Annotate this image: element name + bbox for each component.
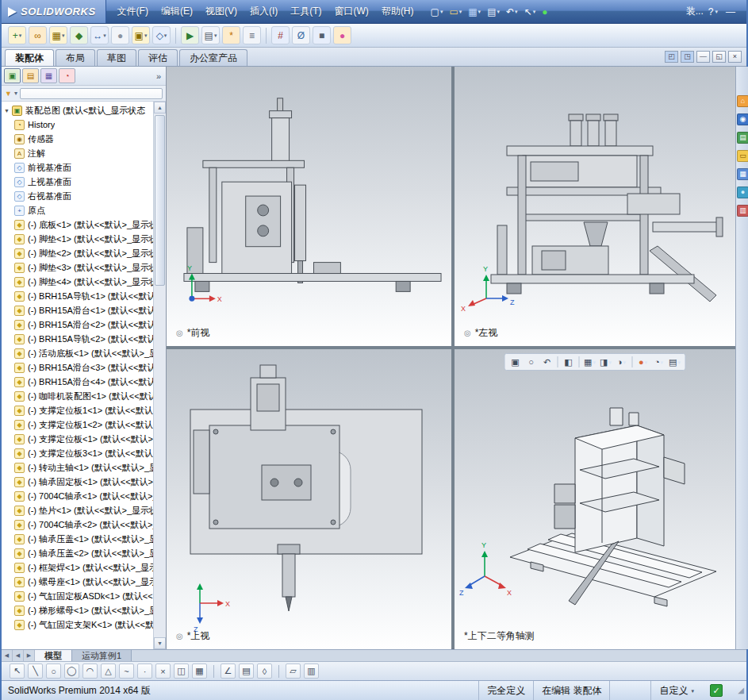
document-tab-motion-study-1[interactable]: 运动算例1 [72, 650, 132, 661]
rebuild-button[interactable]: ● [539, 6, 550, 18]
tree-item[interactable]: ◆(-) 脚垫<4> (默认<<默认>_显示状态 [2, 275, 153, 289]
previous-view-button[interactable]: ↶ [540, 355, 554, 369]
tree-item[interactable]: ◆(-) 转动主轴<1> (默认<<默认>_显 [2, 460, 153, 475]
expander-icon[interactable]: ▼ [4, 108, 12, 113]
view-palette-icon[interactable]: ▦ [737, 168, 748, 180]
solidworks-resources-icon[interactable]: ⌂ [737, 95, 748, 107]
sketch-point-button[interactable]: · [137, 663, 152, 679]
viewport-front[interactable]: X Y ◎ *前视 [167, 67, 451, 346]
tree-item[interactable]: ◇右视基准面 [2, 189, 153, 203]
design-library-icon[interactable]: ▤ [737, 132, 748, 144]
new-motion-study-button[interactable]: ▶ [181, 26, 199, 44]
tree-item[interactable]: ◆(-) 活动底板<1> (默认<<默认>_显 [2, 346, 153, 360]
menu-item[interactable]: 编辑(E) [155, 0, 199, 23]
tab-evaluate[interactable]: 评估 [138, 49, 178, 66]
tree-item[interactable]: ◇上视基准面 [2, 175, 153, 189]
viewport-left[interactable]: Y X Z ◎ *左视 [455, 67, 735, 346]
tree-item[interactable]: ◉传感器 [2, 132, 153, 146]
tree-item[interactable]: ◆(-) 底板<1> (默认<<默认>_显示状态 [2, 217, 153, 232]
tree-item[interactable]: ◆(-) 支撑定位板1<1> (默认<<默认 [2, 403, 153, 417]
sketch-mirror-button[interactable]: ◫ [174, 663, 189, 679]
menu-item[interactable]: 文件(F) [111, 0, 155, 23]
tree-item[interactable]: ◔History [2, 117, 153, 132]
solidworks-forum-icon[interactable]: ◉ [737, 113, 748, 125]
exploded-view-button[interactable]: * [222, 26, 240, 44]
interference-detection-button[interactable]: # [271, 26, 290, 44]
zoom-to-fit-button[interactable]: ▣ [508, 355, 523, 369]
smart-fasteners-button[interactable]: ◆ [70, 26, 88, 44]
appearance-button[interactable]: ● [333, 26, 351, 44]
property-manager-tab[interactable]: ▤ [22, 68, 39, 83]
feature-manager-tab[interactable]: ▣ [4, 68, 21, 83]
tree-item[interactable]: ◆(-) 脚垫<3> (默认<<默认>_显示状态 [2, 260, 153, 275]
save-button[interactable]: ▦▾ [466, 6, 483, 18]
menu-item[interactable]: 帮助(H) [375, 0, 420, 23]
resize-grip[interactable]: ◢ [731, 686, 746, 696]
sketch-line-button[interactable]: ╲ [28, 663, 43, 679]
sketch-circle-button[interactable]: ○ [46, 663, 61, 679]
new-document-button[interactable]: ▢▾ [428, 6, 446, 18]
sketch-dimension-button[interactable]: ◊ [257, 663, 272, 679]
sketch-grid-button[interactable]: ▤ [239, 663, 254, 679]
close-document-button[interactable]: × [728, 51, 742, 63]
move-component-button[interactable]: ↔▾ [90, 26, 109, 44]
tree-item[interactable]: A注解 [2, 146, 153, 160]
select-cursor-button[interactable]: ↖▾ [522, 6, 539, 18]
tree-item[interactable]: ◆(-) BRH15A导轨<1> (默认<<默认 [2, 289, 153, 303]
sketch-relations-button[interactable]: ∠ [221, 663, 236, 679]
open-document-button[interactable]: ▭▾ [447, 6, 464, 18]
tree-item[interactable]: ◆(-) 7004C轴承<2> (默认<<默认>_ [2, 517, 153, 532]
menu-item[interactable]: 插入(I) [244, 0, 284, 23]
undo-button[interactable]: ↶▾ [504, 6, 520, 18]
status-custom-dropdown[interactable]: 自定义 ▾ [650, 681, 702, 700]
menu-item[interactable]: 窗口(W) [328, 0, 375, 23]
tree-item[interactable]: ◆(-) 气缸固定支架K<1> (默认<<默 [2, 617, 153, 632]
tree-item[interactable]: ◆(-) 轴承压盖<1> (默认<<默认>_显 [2, 532, 153, 546]
nav-start-button[interactable]: ◀ [2, 650, 13, 661]
viewport-top[interactable]: X Z ◎ *上视 [167, 349, 451, 649]
tree-item[interactable]: ◆(-) 轴承固定板<1> (默认<<默认> [2, 475, 153, 489]
custom-properties-icon[interactable]: ▥ [737, 205, 748, 217]
tree-item[interactable]: ◆(-) 垫片<1> (默认<<默认>_显示状 [2, 503, 153, 517]
scroll-up-button[interactable]: ▲ [154, 102, 166, 113]
zoom-to-area-button[interactable]: ○ [524, 355, 539, 369]
tab-layout[interactable]: 布局 [56, 49, 95, 66]
split-view-right-button[interactable]: ◳ [681, 51, 694, 63]
sketch-trim-button[interactable]: × [155, 663, 171, 679]
view-orientation-button[interactable]: ▦▾ [583, 355, 597, 369]
linear-component-pattern-button[interactable]: ▦▾ [49, 26, 67, 44]
sketch-spline-button[interactable]: ~ [119, 663, 134, 679]
bill-of-materials-button[interactable]: ▤▾ [201, 26, 220, 44]
nav-next-button[interactable]: ▶ [24, 650, 35, 661]
tree-scrollbar[interactable]: ▲ ▼ [153, 102, 166, 649]
scrollbar-thumb[interactable] [155, 115, 165, 286]
tree-item[interactable]: ◆(-) BRH15A导轨<2> (默认<<默认 [2, 332, 153, 346]
tree-item[interactable]: ◆(-) 脚垫<2> (默认<<默认>_显示状态 [2, 246, 153, 260]
menu-item[interactable]: 视图(V) [199, 0, 244, 23]
configuration-manager-tab[interactable]: ▦ [40, 68, 57, 83]
panel-overflow-button[interactable]: » [154, 71, 163, 81]
scrollbar-track[interactable] [154, 113, 166, 637]
apply-scene-button[interactable]: ◔▾ [652, 355, 666, 369]
display-manager-tab[interactable]: ◔ [59, 68, 75, 83]
tree-item[interactable]: ◆(-) 轴承压盖<2> (默认<<默认>_显 [2, 546, 153, 560]
tree-item[interactable]: ◆(-) 气缸固定板ASDk<1> (默认<< [2, 589, 153, 603]
sketch-arc-button[interactable]: ◠ [82, 663, 98, 679]
tree-item[interactable]: ◆(-) 脚垫<1> (默认<<默认>_显示状态 [2, 232, 153, 246]
display-style-button[interactable]: ◨▾ [599, 355, 613, 369]
tree-item[interactable]: ◇前视基准面 [2, 160, 153, 175]
tree-item[interactable]: ◆(-) 螺母座<1> (默认<<默认>_显示 [2, 575, 153, 589]
edit-appearance-button[interactable]: ●▾ [636, 355, 650, 369]
tree-root-item[interactable]: ▼▣装配总图 (默认<默认_显示状态 [2, 103, 153, 117]
split-view-left-button[interactable]: ◰ [665, 51, 678, 63]
sketch-table-button[interactable]: ▥ [304, 663, 319, 679]
scroll-down-button[interactable]: ▼ [154, 637, 166, 649]
restore-document-button[interactable]: ◱ [712, 51, 726, 63]
hide-show-items-button[interactable]: ◑▾ [615, 355, 629, 369]
file-explorer-icon[interactable]: ▭ [737, 150, 748, 162]
tree-item[interactable]: ◆(-) 支撑定位板<1> (默认<<默认> [2, 432, 153, 446]
tree-item[interactable]: ◆(-) BRH15A滑台<2> (默认<<默认 [2, 317, 153, 332]
appearances-scenes-icon[interactable]: ● [737, 187, 748, 198]
sketch-plane-button[interactable]: ▱ [286, 663, 301, 679]
explode-line-sketch-button[interactable]: ≡ [243, 26, 261, 44]
